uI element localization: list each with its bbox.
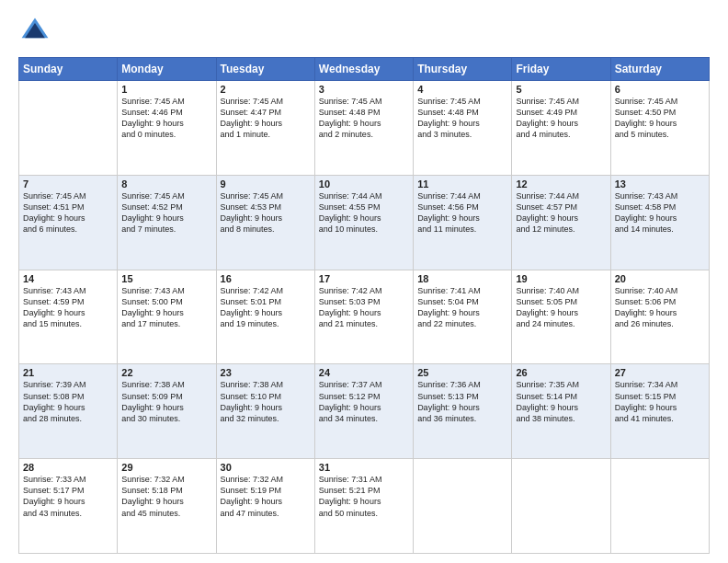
day-cell: 30Sunrise: 7:32 AMSunset: 5:19 PMDayligh… [216,459,314,554]
day-content-line: Daylight: 9 hours [615,308,677,317]
day-content-line: Daylight: 9 hours [221,403,283,412]
day-cell: 26Sunrise: 7:35 AMSunset: 5:14 PMDayligh… [512,364,610,459]
day-content-line: and 22 minutes. [417,319,476,328]
day-number: 5 [516,84,606,95]
day-content-line: Sunrise: 7:32 AM [221,475,284,484]
day-content-line: Sunset: 5:15 PM [615,392,677,401]
day-content: Sunrise: 7:43 AMSunset: 4:58 PMDaylight:… [615,190,705,236]
day-cell: 22Sunrise: 7:38 AMSunset: 5:09 PMDayligh… [118,364,216,459]
day-content-line: and 0 minutes. [121,130,176,139]
day-cell: 28Sunrise: 7:33 AMSunset: 5:17 PMDayligh… [19,459,118,554]
day-content-line: and 30 minutes. [121,414,180,423]
day-cell: 12Sunrise: 7:44 AMSunset: 4:57 PMDayligh… [512,175,610,270]
day-content-line: Sunrise: 7:44 AM [516,191,579,201]
week-row-4: 28Sunrise: 7:33 AMSunset: 5:17 PMDayligh… [19,459,710,554]
day-cell: 2Sunrise: 7:45 AMSunset: 4:47 PMDaylight… [216,81,314,176]
day-content: Sunrise: 7:38 AMSunset: 5:09 PMDaylight:… [121,379,211,424]
day-number: 3 [319,84,409,95]
day-content-line: Daylight: 9 hours [221,119,283,128]
day-content-line: Daylight: 9 hours [319,497,381,506]
day-cell: 7Sunrise: 7:45 AMSunset: 4:51 PMDaylight… [19,175,118,270]
day-cell: 16Sunrise: 7:42 AMSunset: 5:01 PMDayligh… [216,270,314,364]
day-content-line: Daylight: 9 hours [516,213,578,223]
day-content-line: Sunset: 5:17 PM [23,486,85,495]
header-cell-tuesday: Tuesday [216,58,314,81]
day-content-line: Sunrise: 7:44 AM [319,191,382,201]
day-content-line: Daylight: 9 hours [221,308,283,317]
day-content-line: Sunrise: 7:43 AM [23,286,86,295]
day-content-line: and 41 minutes. [615,414,674,423]
day-number: 2 [221,84,311,95]
day-content-line: and 36 minutes. [417,414,476,423]
header-row: SundayMondayTuesdayWednesdayThursdayFrid… [19,58,710,81]
day-content-line: Sunrise: 7:40 AM [516,286,579,295]
day-number: 4 [417,84,507,95]
day-cell: 17Sunrise: 7:42 AMSunset: 5:03 PMDayligh… [314,270,413,364]
day-content: Sunrise: 7:45 AMSunset: 4:50 PMDaylight:… [615,96,705,141]
day-cell: 27Sunrise: 7:34 AMSunset: 5:15 PMDayligh… [610,364,709,459]
day-content-line: Sunrise: 7:44 AM [417,191,481,201]
day-content-line: Daylight: 9 hours [121,119,184,128]
day-content: Sunrise: 7:45 AMSunset: 4:52 PMDaylight:… [121,190,211,236]
day-content-line: and 26 minutes. [615,319,674,328]
day-content-line: Sunset: 4:48 PM [319,108,381,117]
day-number: 18 [417,273,507,284]
day-number: 28 [23,462,113,473]
day-content-line: Daylight: 9 hours [417,213,480,223]
day-cell: 11Sunrise: 7:44 AMSunset: 4:56 PMDayligh… [414,175,512,270]
day-content-line: Sunrise: 7:45 AM [121,97,185,106]
day-content-line: Sunset: 4:46 PM [121,108,183,117]
day-cell [610,459,709,554]
day-number: 11 [417,178,507,190]
day-content-line: and 14 minutes. [615,224,674,234]
day-content: Sunrise: 7:45 AMSunset: 4:48 PMDaylight:… [319,96,409,141]
header-cell-wednesday: Wednesday [314,58,413,81]
day-cell: 14Sunrise: 7:43 AMSunset: 4:59 PMDayligh… [19,270,118,364]
day-cell: 5Sunrise: 7:45 AMSunset: 4:49 PMDaylight… [512,81,610,176]
day-content: Sunrise: 7:45 AMSunset: 4:46 PMDaylight:… [121,96,211,141]
day-content-line: Sunrise: 7:45 AM [221,97,284,106]
day-content: Sunrise: 7:42 AMSunset: 5:01 PMDaylight:… [221,285,311,330]
day-content-line: Daylight: 9 hours [417,119,480,128]
day-content-line: Sunrise: 7:31 AM [319,475,382,484]
day-content-line: Sunset: 4:55 PM [319,202,381,212]
day-cell: 4Sunrise: 7:45 AMSunset: 4:48 PMDaylight… [414,81,512,176]
day-content-line: Sunset: 4:59 PM [23,297,85,306]
day-content-line: and 24 minutes. [516,319,574,328]
day-cell: 25Sunrise: 7:36 AMSunset: 5:13 PMDayligh… [414,364,512,459]
day-content-line: Daylight: 9 hours [516,403,578,412]
day-content: Sunrise: 7:42 AMSunset: 5:03 PMDaylight:… [319,285,409,330]
week-row-3: 21Sunrise: 7:39 AMSunset: 5:08 PMDayligh… [19,364,710,459]
day-content-line: Sunrise: 7:36 AM [417,380,481,389]
header [18,15,710,48]
day-content-line: Sunset: 4:52 PM [121,202,183,212]
day-content-line: Sunset: 4:57 PM [516,202,577,212]
day-content: Sunrise: 7:44 AMSunset: 4:55 PMDaylight:… [319,190,409,236]
calendar-table: SundayMondayTuesdayWednesdayThursdayFrid… [18,57,710,554]
day-content: Sunrise: 7:38 AMSunset: 5:10 PMDaylight:… [221,379,311,424]
day-content-line: and 28 minutes. [23,414,82,423]
day-number: 20 [615,273,705,284]
day-number: 14 [23,273,113,284]
week-row-0: 1Sunrise: 7:45 AMSunset: 4:46 PMDaylight… [19,81,710,176]
day-content-line: Sunrise: 7:43 AM [121,286,185,295]
day-cell: 31Sunrise: 7:31 AMSunset: 5:21 PMDayligh… [314,459,413,554]
day-content: Sunrise: 7:39 AMSunset: 5:08 PMDaylight:… [23,379,113,424]
day-number: 7 [23,178,113,190]
day-content: Sunrise: 7:44 AMSunset: 4:56 PMDaylight:… [417,190,507,236]
day-content-line: Daylight: 9 hours [319,403,381,412]
day-cell [512,459,610,554]
day-content-line: and 19 minutes. [221,319,279,328]
day-cell: 23Sunrise: 7:38 AMSunset: 5:10 PMDayligh… [216,364,314,459]
day-content-line: Daylight: 9 hours [23,213,85,223]
day-cell: 20Sunrise: 7:40 AMSunset: 5:06 PMDayligh… [610,270,709,364]
day-content-line: and 12 minutes. [516,224,574,234]
day-content: Sunrise: 7:37 AMSunset: 5:12 PMDaylight:… [319,379,409,424]
header-cell-friday: Friday [512,58,610,81]
day-content-line: Sunrise: 7:37 AM [319,380,382,389]
day-content-line: and 4 minutes. [516,130,570,139]
day-content: Sunrise: 7:41 AMSunset: 5:04 PMDaylight:… [417,285,507,330]
day-content-line: Sunset: 5:19 PM [221,486,282,495]
day-number: 26 [516,367,606,378]
day-cell: 8Sunrise: 7:45 AMSunset: 4:52 PMDaylight… [118,175,216,270]
